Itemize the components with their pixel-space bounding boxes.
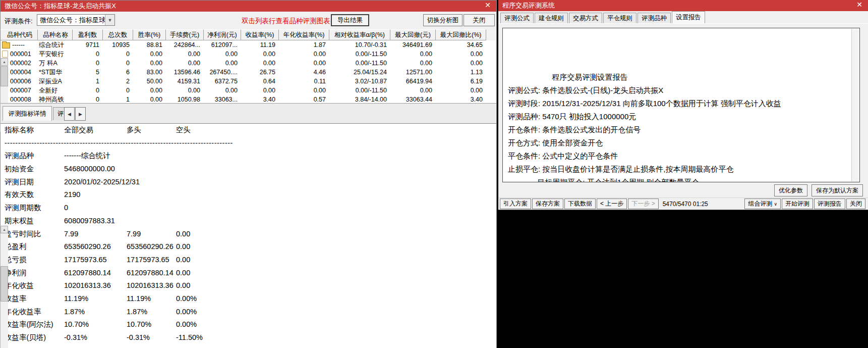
close-icon[interactable]: ✕ (483, 1, 492, 9)
details-row: 初始资金 5468000000.00 (1, 163, 496, 176)
table-row[interactable]: 000006 深振业A 1 2 50.00 4159.31 6372.75 0.… (1, 77, 496, 86)
table-row[interactable]: ------ 综合统计 9711 10935 88.81 242864... 6… (1, 40, 496, 49)
left-titlebar[interactable]: 微信公众号：指标星球-龙头启动共振X ✕ (1, 1, 496, 12)
yield: 3.40 (241, 95, 279, 103)
details-scrollbar[interactable]: ▲ ▼ (0, 226, 8, 348)
table-header-row: 品种代码 品种名称 盈利数 总次数 胜率(%) 手续费(元) 净利润(元) 收益… (1, 29, 496, 40)
report-line: 评测公式: 条件选股公式-(日线)-龙头启动共振X (508, 84, 854, 97)
condition-combobox[interactable]: 微信公众号：指标星球 ▼ (37, 14, 115, 26)
chevron-down-icon[interactable]: ▼ (105, 15, 114, 25)
metric-all-trades: 6080097883.31 (64, 215, 127, 228)
metric-label: 总盈利 (1, 240, 64, 254)
metric-short: 0.00 (176, 279, 232, 292)
details-row: 年化收益率 1.87% 1.87% 0.00% (1, 306, 496, 319)
column-header[interactable]: 收益率(%) (241, 29, 279, 40)
settings-tab[interactable]: 设置报告 (672, 11, 705, 23)
details-row: 收益率 11.19% 11.19% 0.00% (1, 292, 496, 306)
metric-short (176, 188, 232, 202)
column-header[interactable]: 胜率(%) (133, 29, 166, 40)
separator: ----------------------------------------… (1, 137, 496, 150)
save-as-default-button[interactable]: 保存为默认方案 (812, 184, 863, 196)
metric-all-trades: 1.87% (64, 306, 127, 319)
alpha-beta: 3.02/-10.87 (329, 77, 390, 86)
table-row[interactable]: 000007 全新好 0 0 0.00 0.00 0.00 0.00 0.00 … (1, 86, 496, 95)
dialog-close-button[interactable]: 关闭 (846, 198, 865, 209)
net-profit: 0.00 (204, 49, 241, 59)
table-row[interactable]: 000008 神州高铁 0 1 0.00 1050.98 33063... 3.… (1, 95, 496, 103)
total-count: 0 (103, 86, 133, 95)
row-item-icon[interactable] (2, 51, 8, 58)
optimize-params-button[interactable]: 优化参数 (774, 184, 807, 196)
scrollbar-thumb[interactable] (1, 66, 8, 86)
report-lines: 程序交易评测设置报告评测公式: 条件选股公式-(日线)-龙头启动共振X评测时段:… (503, 28, 859, 182)
win-rate: 88.81 (133, 40, 166, 49)
tab-indicator-details[interactable]: 评测指标详情 (3, 106, 52, 121)
column-header[interactable]: 盈利数 (73, 29, 103, 40)
save-plan-button[interactable]: 保存方案 (532, 198, 563, 209)
details-row: 总亏损 17175973.65 17175973.65 0.00 (1, 254, 496, 267)
tab-scroll-left-icon[interactable]: ◀ (64, 107, 75, 121)
max-drawdown: 346491.69 (390, 40, 436, 49)
net-profit: 6372.75 (204, 77, 241, 86)
settings-tab[interactable]: 评测品种 (638, 13, 671, 23)
import-plan-button[interactable]: 引入方案 (500, 198, 531, 209)
metric-short: -11.50% (176, 331, 232, 344)
alpha-beta: 10.70/-0.31 (329, 40, 390, 49)
tab-scroll-right-icon[interactable]: ▶ (75, 107, 86, 121)
chevron-down-icon: ∨ (774, 202, 777, 207)
max-drawdown-pct: 0.00 (436, 86, 486, 95)
settings-report-page: 程序交易评测设置报告评测公式: 条件选股公式-(日线)-龙头启动共振X评测时段:… (498, 24, 868, 197)
metric-short: 0.00 (176, 267, 232, 280)
settings-tab[interactable]: 评测公式 (500, 13, 534, 23)
symbol-name: 平安银行 (38, 49, 73, 59)
win-rate: 50.00 (133, 77, 166, 86)
settings-tab[interactable]: 交易方式 (569, 13, 602, 23)
metric-label: 收益率 (1, 292, 64, 306)
metric-all-trades: 612097880.14 (64, 267, 127, 280)
column-header[interactable]: 最大回撤(元) (390, 29, 436, 40)
start-evaluation-button[interactable]: 开始评测 (782, 198, 813, 209)
column-header[interactable]: 净利润(元) (204, 29, 241, 40)
symbol-code: 000004 (10, 68, 31, 77)
report-line: 开仓方式: 使用全部资金开仓 (508, 136, 854, 150)
yield: 0.00 (241, 59, 279, 68)
column-header[interactable]: 总次数 (103, 29, 133, 40)
prev-step-button[interactable]: < 上一步 (597, 198, 627, 209)
evaluation-report-button[interactable]: 评测报告 (814, 198, 845, 209)
metric-short: 0.00% (176, 318, 232, 331)
scrollbar-thumb[interactable] (1, 266, 8, 302)
switch-analysis-chart-button[interactable]: 切换分析图 (423, 14, 462, 26)
table-row[interactable]: 000001 平安银行 0 0 0.00 0.00 0.00 0.00 0.00… (1, 49, 496, 59)
export-results-button[interactable]: 导出结果 (331, 14, 369, 26)
win-count: 0 (73, 95, 103, 103)
next-step-button[interactable]: 下一步 > (628, 198, 658, 209)
settings-tab[interactable]: 建仓规则 (535, 13, 568, 23)
yield: 0.00 (241, 86, 279, 95)
table-row[interactable]: 000004 *ST国华 5 6 83.00 13596.46 267450..… (1, 68, 496, 77)
scroll-up-icon[interactable]: ▲ (1, 58, 8, 66)
download-data-button[interactable]: 下载数据 (564, 198, 596, 209)
column-header[interactable]: 手续费(元) (166, 29, 204, 40)
fee: 1050.98 (166, 95, 204, 103)
combo-evaluation-button[interactable]: 组合评测 ∨ (744, 198, 781, 209)
symbol-name: 神州高铁 (38, 95, 73, 103)
settings-tabstrip: 评测公式 建仓规则 交易方式 平仓规则 评测品种 设置报告 (498, 11, 868, 24)
column-header[interactable]: 相对收益率α/β(%) (329, 29, 390, 40)
column-header[interactable]: 品种名称 (38, 29, 73, 40)
scroll-up-icon[interactable]: ▲ (1, 226, 8, 233)
trade-evaluation-system-window: 程序交易评测系统 ✕ 评测公式 建仓规则 交易方式 平仓规则 评测品种 设置报告 (498, 0, 868, 348)
settings-tab[interactable]: 平仓规则 (603, 13, 636, 23)
max-drawdown: 0.00 (390, 49, 436, 59)
right-titlebar[interactable]: 程序交易评测系统 ✕ (498, 0, 868, 11)
column-header[interactable]: 最大回撤比(%) (436, 29, 486, 40)
table-row[interactable]: 000002 万 科A 0 0 0.00 0.00 0.00 0.00 0.00… (1, 59, 496, 68)
report-line: 平仓条件: 公式中定义的平仓条件 (508, 150, 854, 163)
symbol-name: 全新好 (38, 86, 73, 95)
row-item-icon[interactable] (2, 42, 10, 48)
report-scrollbar[interactable] (851, 29, 859, 181)
toolbar-close-button[interactable]: 关闭 (464, 14, 495, 26)
close-icon[interactable]: ✕ (855, 1, 864, 9)
column-header[interactable]: 年化收益率(%) (279, 29, 329, 40)
column-header[interactable]: 品种代码 (1, 29, 38, 40)
alpha-beta: 0.00/-11.50 (329, 86, 390, 95)
